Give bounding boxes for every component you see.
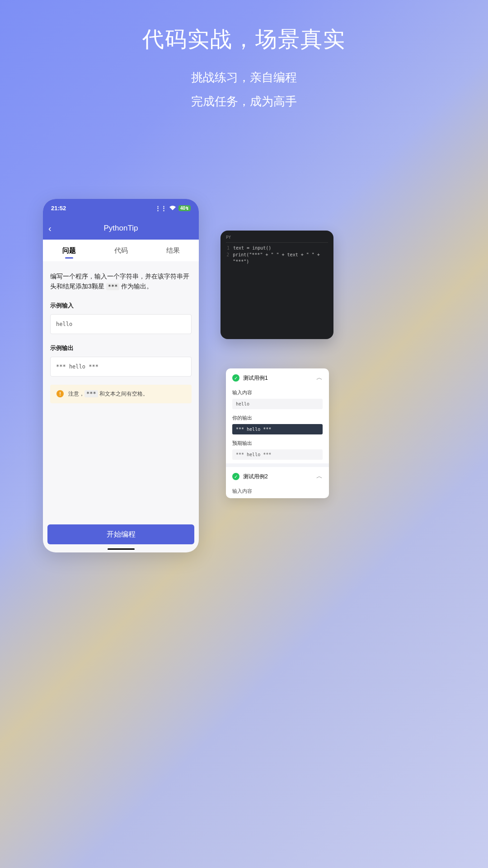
check-icon: ✓ xyxy=(232,374,239,382)
status-bar: 21:52 ⋮⋮ 40↯ xyxy=(43,199,199,217)
status-icons: ⋮⋮ 40↯ xyxy=(155,205,191,212)
back-icon[interactable]: ‹ xyxy=(48,223,52,234)
code-editor-card: PY 1 text = input() 2 print("***" + " " … xyxy=(221,231,333,339)
chevron-up-icon: ︿ xyxy=(316,374,323,382)
input-value-box: hello xyxy=(232,399,323,409)
testcase-2-title: 测试用例2 xyxy=(243,473,268,481)
inline-code-stars: *** xyxy=(106,283,120,290)
code-line-1: 1 text = input() xyxy=(226,245,328,251)
start-coding-button[interactable]: 开始编程 xyxy=(47,524,194,544)
your-output-label: 你的输出 xyxy=(226,413,329,424)
example-input-box: hello xyxy=(50,314,192,334)
wifi-icon xyxy=(169,205,176,212)
hero-subtitle-1: 挑战练习，亲自编程 xyxy=(0,70,488,85)
tab-result[interactable]: 结果 xyxy=(147,246,199,255)
example-input-label: 示例输入 xyxy=(50,302,192,310)
problem-body: 编写一个程序，输入一个字符串，并在该字符串开头和结尾添加3颗星 *** 作为输出… xyxy=(43,261,199,403)
test-results-card: ✓ 测试用例1 ︿ 输入内容 hello 你的输出 *** hello *** … xyxy=(226,368,329,498)
chevron-up-icon: ︿ xyxy=(316,472,323,481)
home-indicator xyxy=(108,548,135,550)
status-time: 21:52 xyxy=(51,205,66,212)
example-output-label: 示例输出 xyxy=(50,344,192,352)
hero-section: 代码实战，场景真实 挑战练习，亲自编程 完成任务，成为高手 xyxy=(0,0,488,109)
input-label-partial: 输入内容 xyxy=(226,486,329,495)
warning-icon: ! xyxy=(56,390,64,397)
expected-label: 预期输出 xyxy=(226,438,329,449)
input-label: 输入内容 xyxy=(226,387,329,399)
tab-code[interactable]: 代码 xyxy=(95,246,147,255)
tab-bar: 问题 代码 结果 xyxy=(43,240,199,261)
example-output-box: *** hello *** xyxy=(50,357,192,377)
problem-description: 编写一个程序，输入一个字符串，并在该字符串开头和结尾添加3颗星 *** 作为输出… xyxy=(50,271,192,292)
expected-value-box: *** hello *** xyxy=(232,449,323,460)
signal-icon: ⋮⋮ xyxy=(155,205,167,212)
testcase-1-header[interactable]: ✓ 测试用例1 ︿ xyxy=(226,368,329,387)
hero-title: 代码实战，场景真实 xyxy=(0,25,488,54)
tab-problem[interactable]: 问题 xyxy=(43,246,95,255)
phone-mockup: 21:52 ⋮⋮ 40↯ ‹ PythonTip 问题 代码 结果 编写一个程序… xyxy=(43,199,199,552)
page-title: PythonTip xyxy=(43,224,199,233)
warning-box: ! 注意，*** 和文本之间有空格。 xyxy=(50,385,192,403)
divider xyxy=(226,463,329,467)
your-output-box: *** hello *** xyxy=(232,424,323,434)
hero-subtitle-2: 完成任务，成为高手 xyxy=(0,94,488,109)
testcase-1-title: 测试用例1 xyxy=(243,374,268,382)
editor-language-badge: PY xyxy=(226,235,328,240)
testcase-2-header[interactable]: ✓ 测试用例2 ︿ xyxy=(226,467,329,486)
check-icon: ✓ xyxy=(232,473,239,480)
app-header: ‹ PythonTip xyxy=(43,217,199,240)
code-line-2: 2 print("***" + " " + text + " " + "***"… xyxy=(226,251,328,265)
battery-icon: 40↯ xyxy=(178,205,191,211)
warning-text: 注意，*** 和文本之间有空格。 xyxy=(68,390,148,398)
